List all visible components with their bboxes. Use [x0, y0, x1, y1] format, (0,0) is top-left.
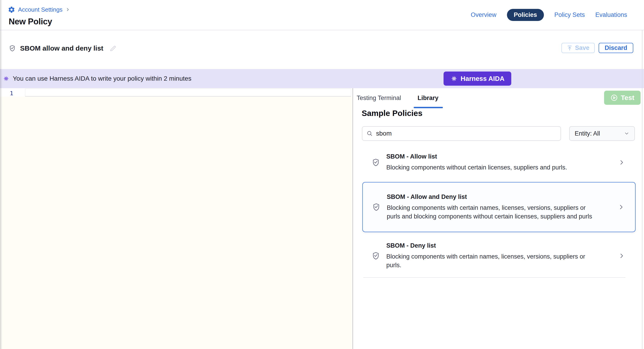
policy-card-title: SBOM - Allow and Deny list — [387, 193, 596, 200]
page-header: Account Settings New Policy Overview Pol… — [0, 0, 644, 30]
aida-flower-icon — [3, 75, 10, 82]
save-button[interactable]: Save — [562, 43, 595, 53]
module-nav-tabs: Overview Policies Policy Sets Evaluation… — [471, 9, 627, 20]
play-circle-icon — [610, 94, 618, 102]
policy-code-editor[interactable]: 1 — [0, 88, 352, 349]
page-right-border — [642, 30, 642, 349]
search-input[interactable] — [376, 130, 556, 137]
shield-check-icon — [9, 44, 16, 52]
discard-button-label: Discard — [604, 44, 627, 51]
policy-card-description: Blocking components with certain names, … — [387, 203, 596, 221]
shield-check-icon — [372, 203, 380, 212]
policy-card-sbom-allow-list[interactable]: SBOM - Allow list Blocking components wi… — [362, 148, 636, 177]
tab-policies[interactable]: Policies — [507, 9, 544, 21]
gear-icon — [8, 6, 15, 13]
editor-line-number: 1 — [0, 90, 13, 97]
policy-title-group: SBOM allow and deny list — [9, 44, 117, 52]
policy-list-divider — [363, 277, 626, 278]
policy-editor-screen: Account Settings New Policy Overview Pol… — [0, 0, 644, 349]
policy-search[interactable] — [362, 126, 561, 141]
editor-background — [0, 97, 352, 349]
active-tab-underline — [414, 107, 443, 108]
policy-card-text: SBOM - Allow and Deny list Blocking comp… — [387, 193, 596, 221]
policy-card-sbom-deny-list[interactable]: SBOM - Deny list Blocking components wit… — [362, 237, 636, 275]
breadcrumb-chevron-icon — [66, 7, 70, 12]
tab-testing-terminal[interactable]: Testing Terminal — [357, 94, 401, 102]
policy-card-sbom-allow-and-deny-list[interactable]: SBOM - Allow and Deny list Blocking comp… — [362, 182, 636, 232]
toolbar-actions: Save Discard — [562, 43, 633, 53]
entity-filter-dropdown[interactable]: Entity: All — [569, 126, 635, 141]
test-button-label: Test — [621, 94, 634, 102]
sample-policies-heading: Sample Policies — [362, 109, 422, 118]
editor-current-line[interactable] — [25, 89, 351, 97]
tab-policy-sets[interactable]: Policy Sets — [554, 11, 585, 18]
discard-button[interactable]: Discard — [598, 43, 633, 53]
search-icon — [366, 130, 373, 137]
policy-card-description: Blocking components with certain names, … — [386, 252, 596, 270]
page-title: New Policy — [9, 17, 52, 26]
aida-banner-message: You can use Harness AIDA to write your p… — [13, 75, 191, 82]
upload-icon — [567, 45, 572, 51]
tab-overview[interactable]: Overview — [471, 11, 496, 18]
policy-card-description: Blocking components without certain lice… — [386, 163, 567, 172]
library-panel: Testing Terminal Library Test Sample Pol… — [353, 88, 642, 349]
shield-check-icon — [372, 158, 380, 167]
chevron-right-icon[interactable] — [619, 253, 624, 259]
aida-banner-message-group: You can use Harness AIDA to write your p… — [3, 75, 191, 82]
chevron-right-icon[interactable] — [619, 159, 624, 165]
policy-card-title: SBOM - Deny list — [386, 242, 596, 249]
policy-toolbar: SBOM allow and deny list Save Discard — [0, 30, 644, 69]
breadcrumb-link-account-settings[interactable]: Account Settings — [18, 6, 62, 13]
policy-card-text: SBOM - Allow list Blocking components wi… — [386, 153, 567, 172]
shield-check-icon — [372, 251, 380, 260]
policy-name: SBOM allow and deny list — [20, 44, 103, 52]
harness-aida-button-label: Harness AIDA — [461, 75, 504, 82]
aida-flower-icon — [450, 75, 458, 82]
test-button[interactable]: Test — [604, 91, 640, 105]
pencil-icon[interactable] — [109, 44, 117, 52]
tab-evaluations[interactable]: Evaluations — [595, 11, 627, 18]
chevron-right-icon[interactable] — [618, 204, 624, 210]
policy-card-text: SBOM - Deny list Blocking components wit… — [386, 242, 596, 270]
chevron-down-icon — [624, 131, 630, 136]
tab-library[interactable]: Library — [418, 94, 438, 102]
aida-banner: You can use Harness AIDA to write your p… — [0, 69, 644, 88]
save-button-label: Save — [575, 44, 589, 51]
policy-card-title: SBOM - Allow list — [386, 153, 567, 160]
harness-aida-button[interactable]: Harness AIDA — [444, 71, 511, 86]
entity-filter-label: Entity: All — [575, 130, 600, 137]
breadcrumb[interactable]: Account Settings — [8, 6, 70, 13]
